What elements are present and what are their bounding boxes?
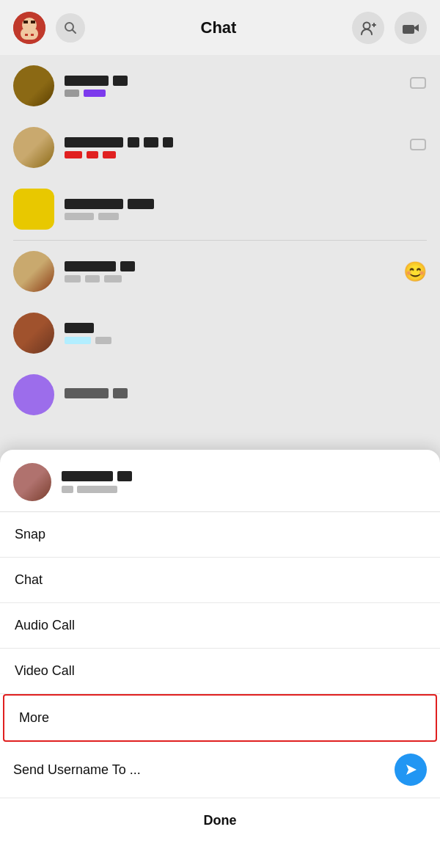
name-block — [163, 137, 173, 147]
add-friend-button[interactable] — [352, 12, 384, 44]
menu-item-chat-label: Chat — [15, 572, 43, 588]
chat-item[interactable] — [0, 302, 440, 364]
svg-rect-3 — [31, 21, 35, 23]
chat-item[interactable] — [0, 178, 440, 240]
name-block — [65, 137, 123, 147]
send-username-row: Send Username To ... — [0, 742, 440, 798]
name-block — [120, 261, 135, 271]
header-left — [13, 12, 85, 44]
sub-block — [77, 486, 117, 493]
bs-sub-row — [62, 486, 427, 493]
name-block — [65, 388, 109, 398]
name-block — [65, 323, 94, 333]
menu-item-snap[interactable]: Snap — [0, 512, 440, 558]
contact-name-row — [65, 388, 427, 398]
contact-avatar — [13, 374, 54, 415]
chat-list: 😊 — [0, 55, 440, 473]
menu-item-video-call-label: Video Call — [15, 663, 75, 679]
bs-contact-avatar — [13, 463, 51, 501]
contact-status-row — [65, 213, 427, 220]
contact-info — [65, 261, 427, 282]
contact-name-row — [65, 199, 427, 209]
contact-avatar — [13, 65, 54, 106]
status-block — [65, 275, 81, 282]
camera-button[interactable] — [395, 12, 427, 44]
name-block — [65, 199, 123, 209]
svg-line-8 — [73, 29, 76, 33]
status-block — [95, 337, 111, 344]
status-block — [87, 151, 98, 158]
contact-name-row — [65, 261, 427, 271]
name-block — [62, 471, 113, 481]
svg-rect-6 — [31, 34, 34, 36]
name-block — [113, 76, 128, 86]
sub-block — [62, 486, 73, 493]
status-block — [65, 213, 94, 220]
contact-status-row — [65, 90, 427, 97]
bs-contact-info — [62, 471, 427, 493]
svg-marker-14 — [406, 765, 417, 775]
bs-contact-preview — [0, 450, 440, 512]
contact-avatar — [13, 313, 54, 354]
done-button[interactable]: Done — [204, 813, 237, 828]
status-block — [65, 337, 91, 344]
menu-item-more-label: More — [19, 710, 49, 726]
emoji-badge: 😊 — [403, 260, 427, 283]
done-row: Done — [0, 798, 440, 843]
name-block — [65, 76, 109, 86]
chat-item[interactable] — [0, 55, 440, 117]
contact-name-row — [65, 76, 427, 86]
chat-item[interactable] — [0, 364, 440, 426]
menu-item-snap-label: Snap — [15, 527, 45, 542]
header: Chat — [0, 0, 440, 55]
status-block — [84, 90, 106, 97]
menu-item-audio-call-label: Audio Call — [15, 618, 75, 633]
svg-rect-13 — [411, 139, 425, 150]
contact-avatar — [13, 127, 54, 168]
name-block — [113, 388, 128, 398]
contact-info — [65, 388, 427, 402]
status-block — [65, 151, 82, 158]
menu-item-video-call[interactable]: Video Call — [0, 649, 440, 694]
svg-rect-2 — [23, 21, 28, 23]
send-username-button[interactable] — [395, 754, 427, 786]
svg-rect-4 — [21, 28, 38, 40]
contact-info — [65, 323, 427, 344]
search-button[interactable] — [56, 13, 85, 43]
contact-status-row — [65, 151, 427, 158]
svg-rect-12 — [411, 78, 425, 88]
name-block — [128, 137, 139, 147]
contact-name-row — [65, 323, 427, 333]
contact-info — [65, 76, 427, 97]
chat-bubble-icon — [409, 75, 427, 97]
chat-item[interactable] — [0, 117, 440, 178]
menu-item-more[interactable]: More — [3, 694, 437, 742]
svg-rect-5 — [25, 34, 28, 36]
name-block — [65, 261, 116, 271]
menu-item-audio-call[interactable]: Audio Call — [0, 603, 440, 649]
contact-info — [65, 199, 427, 220]
name-block — [128, 199, 154, 209]
contact-info — [65, 137, 427, 158]
bottom-sheet: Snap Chat Audio Call Video Call More Sen… — [0, 450, 440, 868]
contact-status-row — [65, 275, 427, 282]
contact-name-row — [65, 137, 427, 147]
user-avatar[interactable] — [13, 12, 45, 44]
svg-point-9 — [363, 22, 370, 29]
contact-avatar — [13, 251, 54, 292]
contact-status-row — [65, 337, 427, 344]
name-block — [144, 137, 158, 147]
status-block — [98, 213, 119, 220]
name-block — [117, 471, 132, 481]
status-block — [104, 275, 122, 282]
chat-item[interactable]: 😊 — [0, 241, 440, 302]
send-username-label: Send Username To ... — [13, 762, 141, 778]
bs-name-row — [62, 471, 427, 481]
chat-bubble-icon — [409, 136, 427, 158]
status-block — [103, 151, 116, 158]
contact-avatar — [13, 189, 54, 230]
menu-item-chat[interactable]: Chat — [0, 558, 440, 603]
header-title: Chat — [201, 18, 237, 37]
header-right — [352, 12, 427, 44]
status-block — [85, 275, 100, 282]
